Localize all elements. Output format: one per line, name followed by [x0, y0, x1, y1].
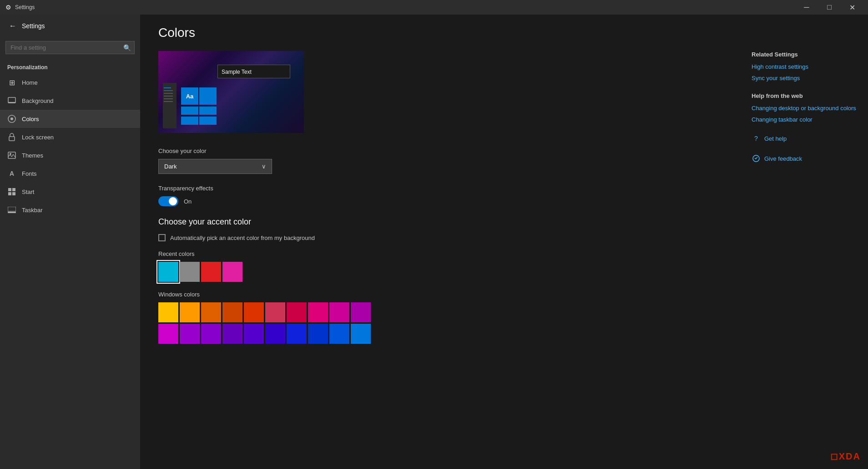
- changing-desktop-link[interactable]: Changing desktop or background colors: [752, 105, 857, 112]
- transparency-toggle[interactable]: [158, 196, 178, 206]
- win-color-19[interactable]: [329, 324, 349, 344]
- win-color-1[interactable]: [158, 302, 178, 322]
- fonts-icon: A: [7, 169, 16, 178]
- minimize-button[interactable]: ─: [796, 0, 817, 15]
- win-color-10[interactable]: [351, 302, 371, 322]
- sidebar-item-label-colors: Colors: [22, 116, 39, 122]
- win-color-18[interactable]: [308, 324, 328, 344]
- svg-point-3: [10, 117, 13, 120]
- xda-logo: ◻XDA: [830, 451, 861, 462]
- win-color-4[interactable]: [222, 302, 242, 322]
- title-bar-controls: ─ □ ✕: [796, 0, 863, 15]
- sidebar-header: ← Settings: [0, 15, 140, 37]
- color-preview: Aa Sample Text: [158, 51, 304, 133]
- win-color-9[interactable]: [329, 302, 349, 322]
- preview-line-2: [164, 90, 173, 91]
- dropdown-chevron-icon: ∨: [262, 163, 266, 170]
- give-feedback-icon: [752, 154, 761, 163]
- sidebar-item-background[interactable]: Background: [0, 92, 140, 110]
- recent-colors-label: Recent colors: [158, 250, 531, 257]
- transparency-status: On: [184, 198, 192, 205]
- back-button[interactable]: ←: [7, 20, 18, 32]
- give-feedback-row: Give feedback: [752, 154, 857, 163]
- transparency-section: Transparency effects On: [158, 185, 531, 206]
- preview-taskbar: [163, 83, 177, 128]
- get-help-icon: ?: [752, 134, 761, 143]
- svg-rect-10: [12, 192, 15, 195]
- sidebar-item-label-background: Background: [22, 97, 53, 104]
- win-color-17[interactable]: [287, 324, 307, 344]
- sidebar-item-fonts[interactable]: A Fonts: [0, 164, 140, 183]
- sidebar-item-home[interactable]: ⊞ Home: [0, 73, 140, 92]
- related-settings-title: Related Settings: [752, 51, 857, 58]
- recent-color-2[interactable]: [180, 262, 200, 282]
- sidebar: ← Settings 🔍 Personalization ⊞ Home Back…: [0, 0, 140, 469]
- recent-color-3[interactable]: [201, 262, 221, 282]
- title-bar: ⚙ Settings ─ □ ✕: [0, 0, 868, 15]
- preview-sample-text-box: Sample Text: [217, 65, 290, 78]
- search-input[interactable]: [5, 41, 135, 54]
- win-color-14[interactable]: [222, 324, 242, 344]
- accent-color-heading: Choose your accent color: [158, 217, 531, 227]
- auto-accent-row: Automatically pick an accent color from …: [158, 234, 531, 241]
- toggle-knob: [169, 197, 177, 205]
- sidebar-item-lock-screen[interactable]: Lock screen: [0, 128, 140, 146]
- win-color-13[interactable]: [201, 324, 221, 344]
- lock-screen-icon: [7, 133, 16, 142]
- choose-color-label: Choose your color: [158, 148, 531, 154]
- auto-accent-checkbox[interactable]: [158, 234, 166, 241]
- win-color-15[interactable]: [244, 324, 264, 344]
- windows-colors-label: Windows colors: [158, 291, 531, 298]
- win-color-11[interactable]: [158, 324, 178, 344]
- svg-rect-9: [8, 192, 11, 195]
- preview-line-4: [164, 96, 173, 97]
- win-color-5[interactable]: [244, 302, 264, 322]
- accent-color-section: Choose your accent color Automatically p…: [158, 217, 531, 344]
- win-color-3[interactable]: [201, 302, 221, 322]
- win-color-2[interactable]: [180, 302, 200, 322]
- recent-color-1[interactable]: [158, 262, 178, 282]
- windows-colors-grid: [158, 302, 531, 344]
- page-title: Colors: [158, 25, 531, 40]
- sidebar-section-label: Personalization: [0, 58, 140, 73]
- sidebar-item-label-fonts: Fonts: [22, 170, 37, 177]
- win-color-20[interactable]: [351, 324, 371, 344]
- preview-line-5: [164, 98, 173, 99]
- sidebar-item-start[interactable]: Start: [0, 183, 140, 201]
- get-help-row: ? Get help: [752, 134, 857, 143]
- get-help-link[interactable]: Get help: [764, 135, 787, 142]
- high-contrast-link[interactable]: High contrast settings: [752, 63, 857, 70]
- win-color-7[interactable]: [287, 302, 307, 322]
- sidebar-item-label-taskbar: Taskbar: [22, 207, 43, 214]
- sidebar-item-label-home: Home: [22, 79, 38, 86]
- sidebar-item-taskbar[interactable]: Taskbar: [0, 201, 140, 219]
- svg-rect-12: [8, 212, 16, 213]
- win-color-16[interactable]: [265, 324, 285, 344]
- main-content: Colors Aa: [140, 0, 741, 469]
- give-feedback-link[interactable]: Give feedback: [764, 155, 802, 162]
- preview-line-6: [164, 101, 173, 102]
- sidebar-item-themes[interactable]: Themes: [0, 146, 140, 164]
- color-mode-dropdown[interactable]: Dark ∨: [158, 159, 272, 174]
- svg-rect-11: [8, 207, 16, 211]
- preview-sample-text: Sample Text: [222, 69, 252, 75]
- win-color-8[interactable]: [308, 302, 328, 322]
- recent-color-4[interactable]: [222, 262, 242, 282]
- preview-line-1: [164, 87, 171, 88]
- recent-colors-swatches: [158, 262, 531, 282]
- sync-settings-link[interactable]: Sync your settings: [752, 75, 857, 82]
- maximize-button[interactable]: □: [819, 0, 840, 15]
- preview-line-3: [164, 93, 173, 94]
- win-color-6[interactable]: [265, 302, 285, 322]
- changing-taskbar-link[interactable]: Changing taskbar color: [752, 116, 857, 123]
- sidebar-item-colors[interactable]: Colors: [0, 110, 140, 128]
- content-area: Colors Aa: [140, 15, 550, 366]
- start-icon: [7, 187, 16, 196]
- svg-rect-1: [8, 102, 15, 103]
- close-button[interactable]: ✕: [842, 0, 863, 15]
- sidebar-item-label-lock-screen: Lock screen: [22, 134, 54, 141]
- win-color-12[interactable]: [180, 324, 200, 344]
- home-icon: ⊞: [7, 78, 16, 87]
- auto-accent-label: Automatically pick an accent color from …: [170, 234, 315, 241]
- title-bar-icon: ⚙: [5, 4, 11, 11]
